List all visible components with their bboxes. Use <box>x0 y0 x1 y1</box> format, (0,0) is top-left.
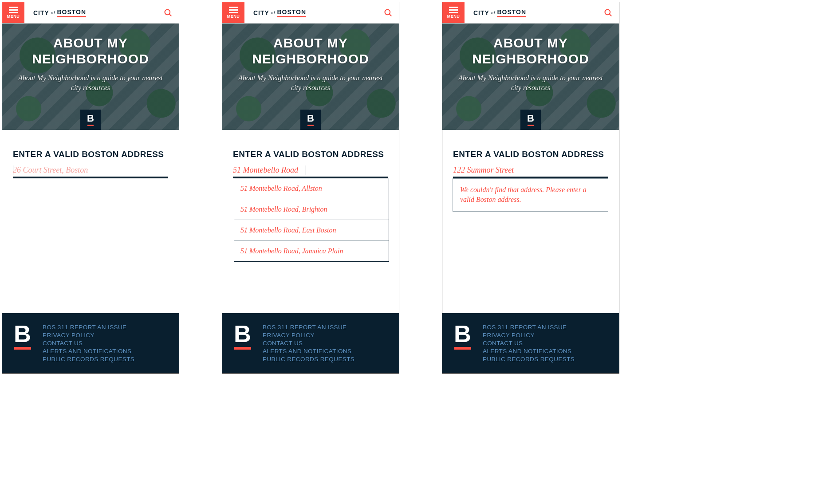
brand-boston: BOSTON <box>57 8 86 17</box>
footer-logo: B <box>454 324 471 350</box>
suggestion-item[interactable]: 51 Montebello Road, Allston <box>234 178 389 199</box>
error-message: We couldn't find that address. Please en… <box>453 178 608 212</box>
brand-city: CITY <box>33 9 49 16</box>
b-logo-letter: B <box>307 114 314 123</box>
b-logo-letter: B <box>234 324 251 344</box>
menu-button[interactable]: MENU <box>442 2 465 23</box>
hero-title: ABOUT MY NEIGHBORHOOD <box>453 35 608 67</box>
brand-of: of <box>271 11 276 15</box>
search-button[interactable] <box>598 2 619 23</box>
app-header: MENU CITY of BOSTON <box>222 2 399 24</box>
footer-link[interactable]: PRIVACY POLICY <box>43 332 134 339</box>
hamburger-icon <box>229 7 238 13</box>
footer-logo: B <box>14 324 31 350</box>
menu-button[interactable]: MENU <box>2 2 24 23</box>
footer-link[interactable]: PUBLIC RECORDS REQUESTS <box>43 356 134 362</box>
footer-link[interactable]: CONTACT US <box>43 340 134 346</box>
address-input-wrap <box>233 164 388 178</box>
hero-badge: B <box>300 110 321 130</box>
b-logo-underline <box>307 125 314 126</box>
b-logo-letter: B <box>14 324 31 344</box>
hero-subtitle: About My Neighborhood is a guide to your… <box>13 73 168 93</box>
hero-banner: ABOUT MY NEIGHBORHOOD About My Neighborh… <box>222 24 399 130</box>
app-footer: B BOS 311 REPORT AN ISSUEPRIVACY POLICYC… <box>2 313 179 373</box>
footer-links: BOS 311 REPORT AN ISSUEPRIVACY POLICYCON… <box>43 324 134 362</box>
brand-city: CITY <box>473 9 489 16</box>
address-prompt: ENTER A VALID BOSTON ADDRESS <box>453 150 608 159</box>
b-logo-letter: B <box>454 324 471 344</box>
hero-banner: ABOUT MY NEIGHBORHOOD About My Neighborh… <box>442 24 619 130</box>
footer-link[interactable]: PUBLIC RECORDS REQUESTS <box>483 356 575 362</box>
b-logo-letter: B <box>527 114 534 123</box>
b-logo-underline <box>234 347 251 350</box>
address-prompt: ENTER A VALID BOSTON ADDRESS <box>233 150 388 159</box>
address-prompt: ENTER A VALID BOSTON ADDRESS <box>13 150 168 159</box>
text-cursor <box>13 165 13 175</box>
brand-boston: BOSTON <box>277 8 306 17</box>
search-icon <box>604 8 613 17</box>
address-input[interactable] <box>233 164 388 178</box>
footer-link[interactable]: BOS 311 REPORT AN ISSUE <box>263 324 354 331</box>
app-footer: B BOS 311 REPORT AN ISSUEPRIVACY POLICYC… <box>222 313 399 373</box>
main-content: ENTER A VALID BOSTON ADDRESS We couldn't… <box>442 130 619 313</box>
search-button[interactable] <box>158 2 179 23</box>
text-cursor <box>306 165 306 175</box>
app-footer: B BOS 311 REPORT AN ISSUEPRIVACY POLICYC… <box>442 313 619 373</box>
footer-link[interactable]: BOS 311 REPORT AN ISSUE <box>483 324 575 331</box>
search-icon <box>164 8 173 17</box>
brand-logo[interactable]: CITY of BOSTON <box>24 2 158 23</box>
footer-link[interactable]: PUBLIC RECORDS REQUESTS <box>263 356 354 362</box>
hero-badge: B <box>520 110 541 130</box>
hero-subtitle: About My Neighborhood is a guide to your… <box>233 73 388 93</box>
brand-of: of <box>51 11 55 15</box>
hero-title: ABOUT MY NEIGHBORHOOD <box>233 35 388 67</box>
app-header: MENU CITY of BOSTON <box>2 2 179 24</box>
b-logo-underline <box>14 347 31 350</box>
brand-of: of <box>491 11 496 15</box>
suggestion-item[interactable]: 51 Montebello Road, Brighton <box>234 199 389 220</box>
suggestions-list: 51 Montebello Road, Allston51 Montebello… <box>234 178 389 262</box>
suggestion-item[interactable]: 51 Montebello Road, Jamaica Plain <box>234 240 389 261</box>
phone-screen-3: MENU CITY of BOSTON ABOUT MY NEIGHBORHOO… <box>442 2 619 374</box>
footer-link[interactable]: CONTACT US <box>263 340 354 346</box>
hamburger-icon <box>449 7 458 13</box>
brand-boston: BOSTON <box>497 8 526 17</box>
main-content: ENTER A VALID BOSTON ADDRESS <box>2 130 179 313</box>
svg-line-3 <box>390 14 391 16</box>
footer-link[interactable]: BOS 311 REPORT AN ISSUE <box>43 324 134 331</box>
hamburger-icon <box>9 7 18 13</box>
svg-line-1 <box>169 14 171 16</box>
footer-link[interactable]: PRIVACY POLICY <box>483 332 575 339</box>
phone-screen-1: MENU CITY of BOSTON ABOUT MY NEIGHBORHOO… <box>2 2 179 374</box>
footer-link[interactable]: PRIVACY POLICY <box>263 332 354 339</box>
address-input[interactable] <box>453 164 608 178</box>
footer-link[interactable]: ALERTS AND NOTIFICATIONS <box>263 348 354 354</box>
b-logo-underline <box>454 347 471 350</box>
b-logo-letter: B <box>87 114 94 123</box>
menu-label: MENU <box>227 14 240 19</box>
footer-link[interactable]: ALERTS AND NOTIFICATIONS <box>483 348 575 354</box>
search-icon <box>384 8 393 17</box>
search-button[interactable] <box>378 2 399 23</box>
footer-links: BOS 311 REPORT AN ISSUEPRIVACY POLICYCON… <box>483 324 575 362</box>
brand-city: CITY <box>253 9 269 16</box>
footer-link[interactable]: ALERTS AND NOTIFICATIONS <box>43 348 134 354</box>
brand-logo[interactable]: CITY of BOSTON <box>244 2 378 23</box>
footer-links: BOS 311 REPORT AN ISSUEPRIVACY POLICYCON… <box>263 324 354 362</box>
menu-label: MENU <box>7 14 20 19</box>
address-input-wrap <box>13 164 168 178</box>
footer-link[interactable]: CONTACT US <box>483 340 575 346</box>
address-input[interactable] <box>13 164 168 178</box>
hero-subtitle: About My Neighborhood is a guide to your… <box>453 73 608 93</box>
main-content: ENTER A VALID BOSTON ADDRESS 51 Montebel… <box>222 130 399 313</box>
menu-button[interactable]: MENU <box>222 2 244 23</box>
app-header: MENU CITY of BOSTON <box>442 2 619 24</box>
text-cursor <box>522 165 522 175</box>
suggestion-item[interactable]: 51 Montebello Road, East Boston <box>234 220 389 240</box>
menu-label: MENU <box>447 14 460 19</box>
b-logo-underline <box>528 125 534 126</box>
b-logo-underline <box>87 125 94 126</box>
brand-logo[interactable]: CITY of BOSTON <box>465 2 598 23</box>
hero-title: ABOUT MY NEIGHBORHOOD <box>13 35 168 67</box>
hero-badge: B <box>80 110 101 130</box>
